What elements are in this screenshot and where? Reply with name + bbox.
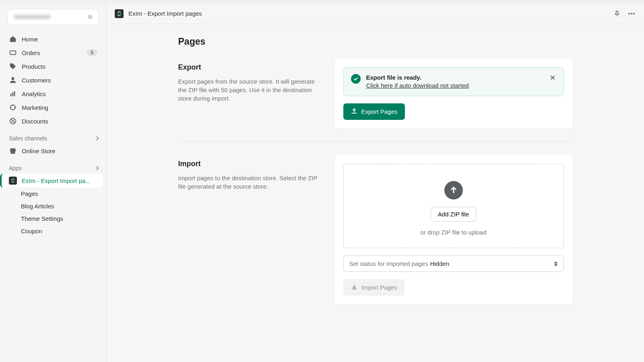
nav-home[interactable]: Home [3, 32, 103, 46]
tag-icon [9, 62, 17, 70]
success-banner: Export file is ready. Click here if auto… [343, 67, 564, 96]
nav-discounts[interactable]: Discounts [3, 114, 103, 128]
close-icon[interactable] [549, 74, 556, 83]
svg-point-7 [11, 119, 12, 120]
subnav-blog-articles[interactable]: Blog Articles [0, 200, 106, 212]
subnav-pages[interactable]: Pages [0, 187, 106, 200]
store-icon [9, 147, 17, 155]
orders-badge: 5 [87, 49, 97, 56]
upload-circle-icon [444, 181, 463, 200]
svg-rect-2 [10, 94, 12, 96]
more-icon[interactable] [627, 9, 636, 18]
svg-point-10 [631, 13, 632, 14]
nav-analytics-label: Analytics [22, 90, 46, 97]
upload-icon [351, 107, 358, 116]
svg-point-9 [628, 13, 630, 14]
target-icon [9, 103, 17, 111]
main: ExIm ‑ Export Import pages Pages Export … [107, 3, 644, 362]
export-heading: Export [178, 63, 323, 72]
content: Pages Export Export pages from the sourc… [107, 24, 644, 317]
nav-app-exim-label: ExIm ‑ Export Import pa... [22, 177, 91, 184]
status-select[interactable]: Set status for imported pages Hidden [343, 255, 564, 272]
nav-analytics[interactable]: Analytics [3, 87, 103, 101]
nav-orders-label: Orders [22, 49, 40, 56]
svg-rect-4 [14, 91, 15, 97]
page-title: Pages [178, 36, 573, 47]
status-label: Set status for imported pages [349, 260, 428, 267]
check-circle-icon [351, 74, 361, 84]
nav-marketing[interactable]: Marketing [3, 101, 103, 114]
subnav-theme-settings[interactable]: Theme Settings [0, 212, 106, 225]
import-description: Import pages to the destination store. S… [178, 174, 323, 191]
nav-customers-label: Customers [22, 77, 51, 84]
chevron-right-icon [94, 135, 101, 142]
svg-rect-3 [12, 92, 13, 96]
select-arrows-icon [554, 261, 558, 266]
topbar: ExIm ‑ Export Import pages [107, 3, 644, 24]
apps-header-label: Apps [9, 165, 22, 171]
store-status-blurred [88, 15, 92, 19]
sales-channels-label: Sales channels [9, 135, 47, 142]
person-icon [9, 76, 17, 84]
status-value: Hidden [430, 260, 449, 267]
import-heading: Import [178, 160, 323, 168]
import-card: Add ZIP file or drop ZIP file to upload … [334, 155, 573, 304]
nav-products-label: Products [22, 63, 45, 70]
percent-icon [9, 117, 17, 125]
nav-products[interactable]: Products [3, 60, 103, 73]
nav-orders[interactable]: Orders 5 [3, 46, 103, 60]
nav-online-store[interactable]: Online Store [3, 144, 103, 158]
svg-point-8 [14, 122, 14, 123]
app-icon [9, 177, 17, 185]
nav-online-store-label: Online Store [22, 148, 55, 154]
add-zip-button[interactable]: Add ZIP file [431, 207, 476, 222]
download-link[interactable]: Click here if auto download not started [366, 82, 469, 89]
home-icon [9, 35, 17, 43]
banner-title: Export file is ready. [366, 74, 544, 81]
section-divider [178, 142, 573, 142]
topbar-title: ExIm ‑ Export Import pages [128, 10, 202, 17]
import-pages-label: Import Pages [361, 284, 397, 291]
sidebar: Home Orders 5 Products Customers [0, 3, 107, 362]
nav-customers[interactable]: Customers [3, 73, 103, 87]
subnav-coupon[interactable]: Coupon [0, 225, 106, 237]
nav-home-label: Home [22, 36, 38, 43]
dropzone[interactable]: Add ZIP file or drop ZIP file to upload [343, 164, 564, 248]
app-logo-icon [115, 9, 124, 18]
chevron-right-icon [94, 165, 101, 171]
export-description: Export pages from the source store. It w… [178, 77, 323, 103]
store-name-blurred [14, 15, 50, 19]
nav-marketing-label: Marketing [22, 104, 48, 111]
svg-point-1 [11, 77, 14, 80]
svg-rect-0 [10, 51, 16, 55]
export-card: Export file is ready. Click here if auto… [334, 58, 573, 129]
nav-discounts-label: Discounts [22, 118, 48, 125]
bars-icon [9, 90, 17, 98]
store-selector[interactable] [7, 9, 99, 25]
import-pages-button[interactable]: Import Pages [343, 279, 405, 296]
drop-text: or drop ZIP file to upload [351, 229, 556, 236]
export-pages-label: Export Pages [361, 108, 398, 115]
export-pages-button[interactable]: Export Pages [343, 103, 405, 120]
svg-point-11 [633, 13, 635, 14]
download-icon [351, 283, 358, 292]
pin-icon[interactable] [613, 9, 621, 18]
inbox-icon [9, 49, 17, 57]
sales-channels-header[interactable]: Sales channels [0, 128, 106, 144]
nav-app-exim[interactable]: ExIm ‑ Export Import pa... [0, 174, 103, 187]
apps-header[interactable]: Apps [0, 158, 106, 174]
